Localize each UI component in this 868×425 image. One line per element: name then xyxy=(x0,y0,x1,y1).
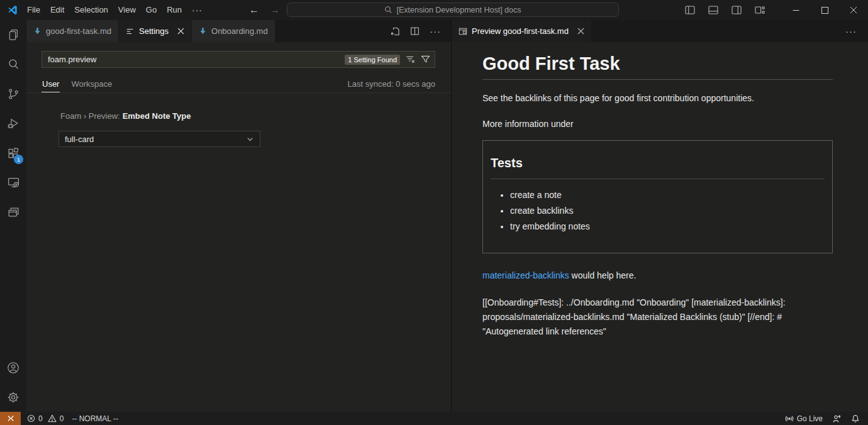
tab-label: Onboarding.md xyxy=(211,26,268,36)
tab-label: Settings xyxy=(139,26,169,36)
settings-search-input[interactable]: foam.preview 1 Setting Found xyxy=(42,51,435,68)
tab-bar-right: Preview good-first-task.md ··· xyxy=(452,20,868,42)
menu-edit[interactable]: Edit xyxy=(45,0,69,20)
setting-title: Foam › Preview:Embed Note Type xyxy=(60,111,191,121)
account-icon[interactable] xyxy=(0,353,26,382)
remote-explorer-icon[interactable] xyxy=(0,168,26,197)
customize-layout-icon[interactable] xyxy=(755,6,765,14)
maximize-button[interactable] xyxy=(810,0,839,20)
menu-file[interactable]: File xyxy=(22,0,45,20)
tab-preview[interactable]: Preview good-first-task.md xyxy=(452,20,592,42)
close-tab-icon[interactable] xyxy=(577,28,584,35)
toggle-sidebar-icon[interactable] xyxy=(685,6,695,14)
notifications-bell-icon[interactable] xyxy=(851,414,860,423)
settings-editor-icon xyxy=(126,27,135,36)
tab-settings[interactable]: Settings xyxy=(119,20,192,42)
chevron-down-icon xyxy=(246,135,254,143)
embed-heading: Tests xyxy=(491,156,825,179)
toggle-panel-icon[interactable] xyxy=(708,6,718,14)
tab-onboarding[interactable]: Onboarding.md xyxy=(192,20,275,42)
scope-tab-workspace[interactable]: Workspace xyxy=(70,75,113,92)
error-count: 0 xyxy=(38,414,43,423)
last-synced-label: Last synced: 0 secs ago xyxy=(348,75,435,92)
explorer-icon[interactable] xyxy=(0,20,26,50)
tab-label: Preview good-first-task.md xyxy=(472,26,569,36)
tab-label: good-first-task.md xyxy=(46,26,111,36)
open-preview-icon xyxy=(459,27,467,36)
windows-panels-icon[interactable] xyxy=(0,197,26,227)
history-forward-icon[interactable]: → xyxy=(270,4,280,16)
toggle-secondary-sidebar-icon[interactable] xyxy=(732,6,742,14)
live-share-icon[interactable] xyxy=(832,414,842,423)
go-live-button[interactable]: Go Live xyxy=(785,414,823,423)
split-editor-icon[interactable] xyxy=(410,26,420,36)
setting-name: Embed Note Type xyxy=(123,111,191,121)
remote-indicator[interactable] xyxy=(0,412,21,425)
warning-count: 0 xyxy=(60,414,64,423)
settings-editor: foam.preview 1 Setting Found User Worksp… xyxy=(26,42,451,412)
titlebar: File Edit Selection View Go Run ··· ← → … xyxy=(0,0,868,20)
extensions-icon[interactable]: 1 xyxy=(0,138,26,168)
editor-actions-more-icon[interactable]: ··· xyxy=(845,20,868,42)
search-view-icon[interactable] xyxy=(0,50,26,79)
preview-title: Good First Task xyxy=(482,52,833,80)
menu-selection[interactable]: Selection xyxy=(69,0,113,20)
settings-gear-icon[interactable] xyxy=(0,382,26,412)
list-item: create backlinks xyxy=(510,206,825,216)
materialized-backlinks-link[interactable]: materialized-backlinks xyxy=(482,270,569,280)
source-control-icon[interactable] xyxy=(0,79,26,109)
menu-view[interactable]: View xyxy=(113,0,141,20)
history-back-icon[interactable]: ← xyxy=(249,4,259,16)
search-icon xyxy=(384,6,392,14)
clear-settings-filter-icon[interactable] xyxy=(406,55,415,64)
editor-group-right: Preview good-first-task.md ··· Good Firs… xyxy=(451,20,868,412)
errors-icon xyxy=(27,414,35,422)
status-bar: 0 0 -- NORMAL -- Go Live xyxy=(0,412,868,425)
go-live-label: Go Live xyxy=(797,414,823,423)
embedded-note-card: Tests create a note create backlinks try… xyxy=(482,140,833,253)
editor-actions-more-icon[interactable]: ··· xyxy=(430,26,441,36)
menu-go[interactable]: Go xyxy=(141,0,162,20)
link-suffix: would help here. xyxy=(569,270,637,280)
scope-tab-user[interactable]: User xyxy=(42,75,60,92)
close-tab-icon[interactable] xyxy=(177,28,184,35)
tab-good-first-task[interactable]: good-first-task.md xyxy=(26,20,119,42)
preview-paragraph: See the backlinks of this page for good … xyxy=(482,93,833,103)
list-item: create a note xyxy=(510,190,825,200)
settings-search-value: foam.preview xyxy=(48,55,96,64)
embed-list: create a note create backlinks try embed… xyxy=(491,190,825,231)
setting-category: Foam › Preview: xyxy=(60,111,120,121)
minimize-button[interactable] xyxy=(781,0,810,20)
filter-icon[interactable] xyxy=(421,55,430,64)
menu-overflow-icon[interactable]: ··· xyxy=(187,0,208,20)
preview-paragraph: materialized-backlinks would help here. xyxy=(482,270,833,280)
embed-note-type-select[interactable]: full-card xyxy=(58,131,260,147)
problems-indicator[interactable]: 0 0 xyxy=(27,414,64,423)
markdown-file-icon xyxy=(199,27,207,35)
run-debug-icon[interactable] xyxy=(0,109,26,138)
close-window-button[interactable] xyxy=(839,0,868,20)
extensions-badge: 1 xyxy=(14,155,23,164)
menu-bar: File Edit Selection View Go Run ··· xyxy=(22,0,208,20)
settings-count-badge: 1 Setting Found xyxy=(345,55,400,65)
select-value: full-card xyxy=(65,135,94,144)
tab-bar-left: good-first-task.md Settings Onboarding.m… xyxy=(26,20,451,42)
command-center-label: [Extension Development Host] docs xyxy=(396,6,521,14)
vim-mode-indicator[interactable]: -- NORMAL -- xyxy=(72,414,118,423)
settings-scope-tabs: User Workspace Last synced: 0 secs ago xyxy=(26,75,451,93)
editor-group-left: good-first-task.md Settings Onboarding.m… xyxy=(26,20,451,412)
open-settings-json-icon[interactable] xyxy=(390,26,400,36)
markdown-file-icon xyxy=(33,27,42,35)
broadcast-icon xyxy=(785,414,794,423)
preview-paragraph: More information under xyxy=(482,119,833,129)
link-references-text: [[Onboarding#Tests]: ../Onboarding.md "O… xyxy=(482,295,833,339)
command-center[interactable]: [Extension Development Host] docs xyxy=(287,3,619,17)
warnings-icon xyxy=(48,414,57,422)
vscode-logo-icon xyxy=(7,4,18,16)
menu-run[interactable]: Run xyxy=(162,0,187,20)
activity-bar: 1 xyxy=(0,20,26,412)
markdown-preview: Good First Task See the backlinks of thi… xyxy=(452,42,868,412)
list-item: try embedding notes xyxy=(510,221,825,231)
